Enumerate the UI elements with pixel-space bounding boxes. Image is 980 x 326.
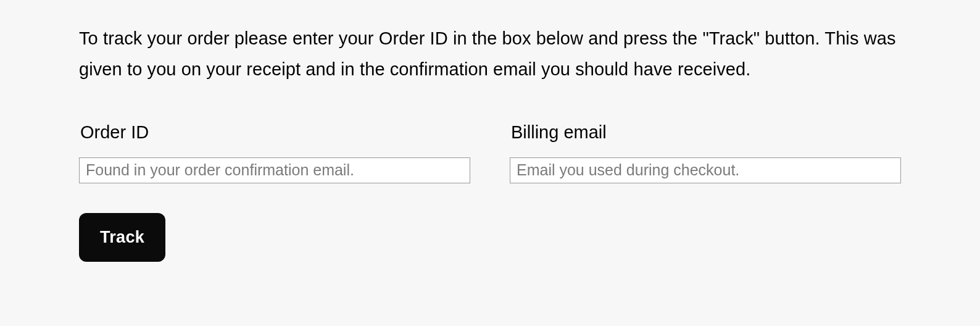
- billing-email-label: Billing email: [510, 122, 901, 143]
- track-button[interactable]: Track: [79, 213, 165, 262]
- form-fields: Order ID Billing email: [79, 122, 901, 183]
- order-id-label: Order ID: [79, 122, 470, 143]
- intro-text: To track your order please enter your Or…: [79, 23, 901, 85]
- order-id-input[interactable]: [79, 157, 470, 183]
- billing-email-input[interactable]: [510, 157, 901, 183]
- order-id-field-group: Order ID: [79, 122, 470, 183]
- billing-email-field-group: Billing email: [510, 122, 901, 183]
